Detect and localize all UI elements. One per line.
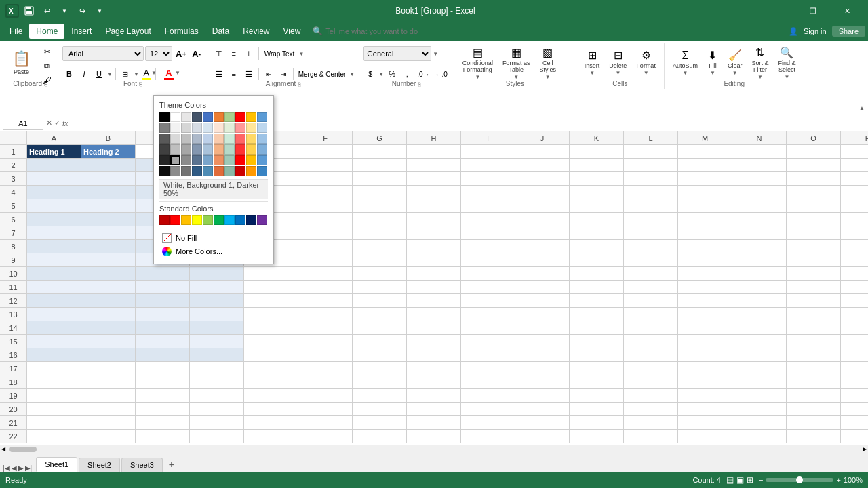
cell-L16[interactable] bbox=[624, 348, 678, 362]
cell-H12[interactable] bbox=[407, 294, 461, 308]
cell-H7[interactable] bbox=[407, 226, 461, 240]
theme-color-2-8[interactable] bbox=[246, 134, 256, 144]
theme-color-2-7[interactable] bbox=[235, 134, 245, 144]
delete-dd-arrow[interactable]: ▼ bbox=[615, 70, 620, 76]
cell-F19[interactable] bbox=[298, 389, 353, 403]
sign-in-btn[interactable]: 👤Sign in bbox=[789, 27, 832, 36]
cell-J2[interactable] bbox=[515, 159, 570, 172]
cell-J22[interactable] bbox=[515, 430, 570, 443]
cell-L4[interactable] bbox=[624, 186, 678, 199]
cell-styles-btn[interactable]: ▧ CellStyles ▼ bbox=[535, 45, 560, 81]
theme-color-2-3[interactable] bbox=[192, 134, 202, 144]
fill-dd-arrow[interactable]: ▼ bbox=[710, 70, 715, 76]
cell-L9[interactable] bbox=[624, 253, 678, 267]
cell-P8[interactable] bbox=[841, 240, 868, 253]
col-header-O[interactable]: O bbox=[787, 131, 841, 145]
cell-G4[interactable] bbox=[353, 186, 407, 199]
row-header-19[interactable]: 19 bbox=[0, 389, 27, 403]
cell-I17[interactable] bbox=[461, 362, 515, 375]
cell-N5[interactable] bbox=[732, 199, 787, 213]
theme-color-5-5[interactable] bbox=[214, 166, 224, 176]
theme-color-4-1[interactable] bbox=[170, 155, 180, 165]
col-header-P[interactable]: P bbox=[841, 131, 868, 145]
theme-color-2-5[interactable] bbox=[214, 134, 224, 144]
cell-J18[interactable] bbox=[515, 375, 570, 389]
zoom-out-btn[interactable]: − bbox=[759, 476, 763, 484]
cancel-formula-btn[interactable]: ✕ bbox=[46, 119, 52, 127]
cell-O18[interactable] bbox=[787, 375, 841, 389]
sheet-first-btn[interactable]: |◀ bbox=[3, 464, 10, 472]
cell-G8[interactable] bbox=[353, 240, 407, 253]
cell-M1[interactable] bbox=[678, 145, 732, 159]
cell-M10[interactable] bbox=[678, 267, 732, 281]
cell-A11[interactable] bbox=[27, 281, 81, 294]
cell-D15[interactable] bbox=[190, 335, 244, 348]
cell-E21[interactable] bbox=[244, 416, 298, 430]
decrease-font-btn[interactable]: A- bbox=[190, 47, 203, 60]
cell-B4[interactable] bbox=[81, 186, 136, 199]
cell-I9[interactable] bbox=[461, 253, 515, 267]
cell-reference-input[interactable] bbox=[3, 117, 43, 130]
row-header-4[interactable]: 4 bbox=[0, 186, 27, 199]
theme-color-3-4[interactable] bbox=[203, 144, 213, 155]
cell-N4[interactable] bbox=[732, 186, 787, 199]
theme-color-4-4[interactable] bbox=[203, 155, 213, 165]
cell-N7[interactable] bbox=[732, 226, 787, 240]
cell-F1[interactable] bbox=[298, 145, 353, 159]
cell-B15[interactable] bbox=[81, 335, 136, 348]
cell-H4[interactable] bbox=[407, 186, 461, 199]
theme-color-1-6[interactable] bbox=[224, 123, 235, 133]
cell-I13[interactable] bbox=[461, 308, 515, 321]
cell-I20[interactable] bbox=[461, 403, 515, 416]
cell-N13[interactable] bbox=[732, 308, 787, 321]
cell-B13[interactable] bbox=[81, 308, 136, 321]
row-header-10[interactable]: 10 bbox=[0, 267, 27, 281]
cell-P13[interactable] bbox=[841, 308, 868, 321]
row-header-6[interactable]: 6 bbox=[0, 213, 27, 226]
col-header-A[interactable]: A bbox=[27, 131, 81, 145]
theme-color-2-6[interactable] bbox=[224, 134, 235, 144]
cell-G12[interactable] bbox=[353, 294, 407, 308]
cell-C18[interactable] bbox=[136, 375, 190, 389]
cell-B3[interactable] bbox=[81, 172, 136, 186]
cell-I18[interactable] bbox=[461, 375, 515, 389]
theme-color-0-9[interactable] bbox=[257, 112, 267, 122]
row-header-16[interactable]: 16 bbox=[0, 348, 27, 362]
cell-L6[interactable] bbox=[624, 213, 678, 226]
cell-A13[interactable] bbox=[27, 308, 81, 321]
cell-L20[interactable] bbox=[624, 403, 678, 416]
cell-N15[interactable] bbox=[732, 335, 787, 348]
cell-N19[interactable] bbox=[732, 389, 787, 403]
cell-A8[interactable] bbox=[27, 240, 81, 253]
cell-G5[interactable] bbox=[353, 199, 407, 213]
cell-A22[interactable] bbox=[27, 430, 81, 443]
cell-K22[interactable] bbox=[570, 430, 624, 443]
cell-D10[interactable] bbox=[190, 267, 244, 281]
cell-E16[interactable] bbox=[244, 348, 298, 362]
cell-C19[interactable] bbox=[136, 389, 190, 403]
cell-F20[interactable] bbox=[298, 403, 353, 416]
theme-color-3-9[interactable] bbox=[257, 144, 267, 155]
theme-color-4-3[interactable] bbox=[192, 155, 202, 165]
fontcolor-dd-arrow[interactable]: ▼ bbox=[175, 70, 180, 76]
cell-I22[interactable] bbox=[461, 430, 515, 443]
cell-J3[interactable] bbox=[515, 172, 570, 186]
cell-F15[interactable] bbox=[298, 335, 353, 348]
cell-H17[interactable] bbox=[407, 362, 461, 375]
zoom-slider[interactable] bbox=[766, 478, 833, 482]
font-size-select[interactable]: 12 bbox=[145, 46, 172, 61]
cell-L10[interactable] bbox=[624, 267, 678, 281]
row-header-15[interactable]: 15 bbox=[0, 335, 27, 348]
cell-K10[interactable] bbox=[570, 267, 624, 281]
theme-color-4-9[interactable] bbox=[257, 155, 267, 165]
cell-H15[interactable] bbox=[407, 335, 461, 348]
merge-dd-arrow[interactable]: ▼ bbox=[349, 71, 355, 77]
cell-H1[interactable] bbox=[407, 145, 461, 159]
cell-H9[interactable] bbox=[407, 253, 461, 267]
cell-K5[interactable] bbox=[570, 199, 624, 213]
cell-I7[interactable] bbox=[461, 226, 515, 240]
cell-N16[interactable] bbox=[732, 348, 787, 362]
col-header-K[interactable]: K bbox=[570, 131, 624, 145]
align-middle-btn[interactable]: ≡ bbox=[227, 47, 241, 60]
cell-M14[interactable] bbox=[678, 321, 732, 335]
